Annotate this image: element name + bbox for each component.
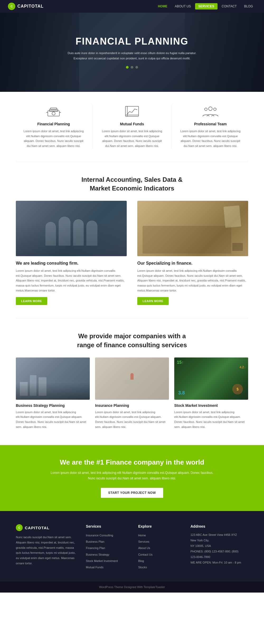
feature-3-title: Professional Team bbox=[178, 122, 243, 126]
accounting-left: We are leading consulting firm. Lorem ip… bbox=[16, 201, 127, 305]
feature-divider-2 bbox=[171, 105, 171, 149]
service-img-1 bbox=[16, 357, 90, 400]
footer-link-business-plan[interactable]: Business Plan bbox=[86, 538, 130, 545]
accounting-right-btn[interactable]: LEARN MORE bbox=[137, 297, 169, 305]
service-2-title: Insurance Planning bbox=[95, 403, 169, 408]
logo-circle: C bbox=[8, 3, 15, 10]
svg-point-1 bbox=[52, 112, 55, 115]
footer-services-title: Services bbox=[86, 524, 130, 528]
accounting-left-image bbox=[16, 201, 127, 256]
footer: C CAPITOTAL Nunc iaculis suscipit dui.Na… bbox=[0, 511, 264, 593]
nav-services[interactable]: SERVICES bbox=[195, 3, 217, 9]
svg-point-10 bbox=[209, 107, 212, 111]
service-img-2 bbox=[95, 357, 169, 400]
svg-point-11 bbox=[205, 108, 207, 111]
finance-services-section: We provide major companies with arange o… bbox=[0, 318, 264, 445]
service-2-text: Lorem ipsum dolor sit amet, test link ad… bbox=[95, 410, 169, 430]
footer-logo[interactable]: C CAPITOTAL bbox=[16, 524, 78, 531]
footer-main: C CAPITOTAL Nunc iaculis suscipit dui.Na… bbox=[0, 511, 264, 581]
footer-explore-stocks[interactable]: Stocks bbox=[138, 564, 182, 570]
nav-about[interactable]: ABOUT US bbox=[172, 3, 194, 9]
feature-2-title: Mutual Funds bbox=[100, 122, 164, 126]
footer-explore-col: Explore Home Services About Us Contact U… bbox=[138, 524, 182, 570]
footer-services-col: Services Insurance Consulting Business P… bbox=[86, 524, 130, 570]
hero-subtitle: Duis aute irure dolor in reprehenderit i… bbox=[63, 51, 201, 61]
feature-mutual-funds: Mutual Funds Lorem ipsum dolor sit amet,… bbox=[94, 105, 170, 149]
service-1-text: Lorem ipsum dolor sit amet, test link ad… bbox=[16, 410, 90, 430]
accounting-right-text: Lorem ipsum dolor sit amet, test link ad… bbox=[137, 268, 248, 293]
footer-bottom: WordPress Theme Designed With TemplateTo… bbox=[0, 581, 264, 593]
accounting-right-heading: Our Specializing in finance. bbox=[137, 261, 248, 266]
footer-logo-text: CAPITOTAL bbox=[25, 526, 49, 530]
accounting-title: Internal Accounting, Sales Data &Market … bbox=[16, 175, 248, 193]
footer-explore-contact[interactable]: Contact Us bbox=[138, 551, 182, 558]
logo-text: CAPITOTAL bbox=[17, 4, 44, 9]
logo[interactable]: C CAPITOTAL bbox=[8, 3, 44, 10]
feature-1-text: Lorem ipsum dolor sit amet, test link ad… bbox=[21, 129, 86, 149]
accounting-section: Internal Accounting, Sales Data &Market … bbox=[0, 162, 264, 318]
accounting-left-heading: We are leading consulting firm. bbox=[16, 261, 127, 266]
cta-title: We are the #1 Finance company in the wor… bbox=[16, 458, 248, 466]
nav-home[interactable]: HOME bbox=[155, 3, 171, 9]
accounting-right-image bbox=[137, 201, 248, 256]
footer-explore-blog[interactable]: Blog bbox=[138, 558, 182, 564]
footer-logo-circle: C bbox=[16, 524, 23, 531]
hero-content: FINANCIAL PLANNING Duis aute irure dolor… bbox=[0, 13, 264, 92]
service-3-title: Stock Market Investment bbox=[174, 403, 248, 408]
feature-1-title: Financial Planning bbox=[21, 122, 86, 126]
main-nav: HOME ABOUT US SERVICES CONTACT BLOG bbox=[155, 3, 256, 9]
header: C CAPITOTAL HOME ABOUT US SERVICES CONTA… bbox=[0, 0, 264, 13]
finance-services-title: We provide major companies with arange o… bbox=[16, 332, 248, 349]
hero-section: FINANCIAL PLANNING Duis aute irure dolor… bbox=[0, 13, 264, 92]
footer-desc: Nunc iaculis suscipit dui.Nam sit amet s… bbox=[16, 535, 78, 566]
feature-divider-1 bbox=[93, 105, 93, 149]
accounting-two-col: We are leading consulting firm. Lorem ip… bbox=[16, 201, 248, 305]
feature-financial-planning: Financial Planning Lorem ipsum dolor sit… bbox=[16, 105, 91, 149]
mutual-funds-icon bbox=[124, 105, 140, 118]
hero-dot-2[interactable] bbox=[131, 66, 133, 69]
financial-planning-icon bbox=[46, 105, 62, 118]
service-3-text: Lorem ipsum dolor sit amet, test link ad… bbox=[174, 410, 248, 430]
services-three-col: Business Strategy Planning Lorem ipsum d… bbox=[16, 357, 248, 430]
footer-address-col: Addrees 123 ABC Ave Street View #456 XYZ… bbox=[190, 524, 248, 570]
accounting-left-btn[interactable]: LEARN MORE bbox=[16, 297, 47, 305]
hero-dot-1[interactable] bbox=[126, 66, 129, 69]
footer-link-business-strategy[interactable]: Business Strategy bbox=[86, 551, 130, 558]
service-col-1: Business Strategy Planning Lorem ipsum d… bbox=[16, 357, 90, 430]
footer-explore-home[interactable]: Home bbox=[138, 532, 182, 538]
professional-team-icon bbox=[201, 105, 220, 118]
hero-title: FINANCIAL PLANNING bbox=[76, 36, 188, 47]
hero-dots bbox=[126, 66, 138, 69]
nav-blog[interactable]: BLOG bbox=[241, 3, 256, 9]
service-col-2: Insurance Planning Lorem ipsum dolor sit… bbox=[95, 357, 169, 430]
feature-professional-team: Professional Team Lorem ipsum dolor sit … bbox=[173, 105, 248, 149]
hero-dot-3[interactable] bbox=[135, 66, 138, 69]
footer-explore-title: Explore bbox=[138, 524, 182, 528]
cta-section: We are the #1 Finance company in the wor… bbox=[0, 445, 264, 511]
cta-text: Lorem ipsum dolor sit amet, test link ad… bbox=[50, 470, 214, 481]
service-1-title: Business Strategy Planning bbox=[16, 403, 90, 408]
footer-address-title: Addrees bbox=[190, 524, 248, 528]
footer-bottom-text: WordPress Theme Designed With TemplateTo… bbox=[99, 585, 165, 589]
service-col-3: 15↑ 4.2↓ 3.8 $ Stock Market Investment L… bbox=[174, 357, 248, 430]
footer-link-insurance[interactable]: Insurance Consulting bbox=[86, 532, 130, 538]
footer-link-mutual-funds[interactable]: Mutual Funds bbox=[86, 564, 130, 570]
svg-point-12 bbox=[214, 108, 216, 111]
feature-3-text: Lorem ipsum dolor sit amet, test link ad… bbox=[178, 129, 243, 149]
cta-button[interactable]: START YOUR PROJECT NOW bbox=[101, 488, 163, 498]
feature-2-text: Lorem ipsum dolor sit amet, test link ad… bbox=[100, 129, 164, 149]
svg-rect-0 bbox=[48, 111, 59, 116]
footer-explore-about[interactable]: About Us bbox=[138, 545, 182, 551]
features-section: Financial Planning Lorem ipsum dolor sit… bbox=[0, 92, 264, 162]
accounting-right: Our Specializing in finance. Lorem ipsum… bbox=[137, 201, 248, 305]
footer-link-financing[interactable]: Financing Plan bbox=[86, 545, 130, 551]
footer-explore-services[interactable]: Services bbox=[138, 538, 182, 545]
nav-contact[interactable]: CONTACT bbox=[219, 3, 240, 9]
footer-link-stock-market[interactable]: Stock Market Investment bbox=[86, 558, 130, 564]
footer-address-text: 123 ABC Ave Street View #456 XYZ New Yor… bbox=[190, 532, 248, 565]
accounting-left-text: Lorem ipsum dolor sit amet, test link ad… bbox=[16, 268, 127, 293]
footer-about-col: C CAPITOTAL Nunc iaculis suscipit dui.Na… bbox=[16, 524, 78, 570]
service-img-3: 15↑ 4.2↓ 3.8 $ bbox=[174, 357, 248, 400]
